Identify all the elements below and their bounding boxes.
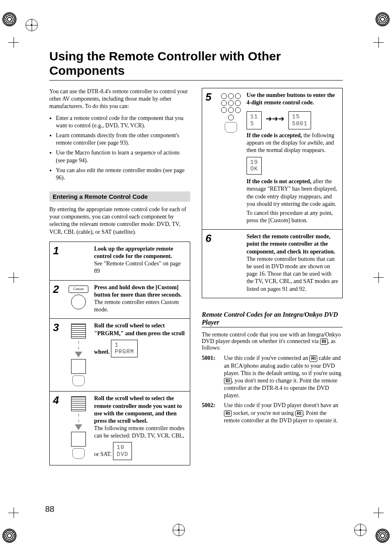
registration-mark xyxy=(25,19,38,31)
content-columns: You can use the DTR-8.4's remote control… xyxy=(49,88,343,465)
code-item-5001: 5001: Use this code if you've connected … xyxy=(202,355,343,399)
zero-key-icon xyxy=(228,115,234,120)
registration-mark xyxy=(376,12,390,26)
code-label: 5002: xyxy=(202,402,221,424)
step-paragraph: If the code is accepted, the following a… xyxy=(247,132,339,154)
hand-press-icon xyxy=(72,448,85,459)
custom-button-icon: Custom xyxy=(69,286,88,293)
step-text: The following remote controller modes ca… xyxy=(94,425,184,457)
intro-text: You can use the DTR-8.4's remote control… xyxy=(49,88,190,111)
step-3: 3 ↑↓ Roll the scroll wheel to select "PR… xyxy=(50,318,190,391)
step-paragraph: If the code is not accepted, after the m… xyxy=(247,178,339,208)
steps-box-right: 5 Use the number buttons to enter the 4-… xyxy=(202,88,343,298)
step-text: The remote controller enters Custom mode… xyxy=(94,299,179,313)
divider xyxy=(49,80,343,81)
lcd-display: 1 PRGRM xyxy=(111,340,138,358)
step-body: Use the number buttons to enter the 4-di… xyxy=(247,92,339,224)
crop-mark xyxy=(373,272,384,283)
step-number: 6 xyxy=(205,233,215,293)
right-column: 5 Use the number buttons to enter the 4-… xyxy=(202,88,343,465)
ri-icon: RI xyxy=(224,410,232,417)
code-text: Use this code if your DVD player doesn't… xyxy=(224,402,343,424)
scroll-wheel-icon xyxy=(71,359,86,374)
step-bold: Roll the scroll wheel to select the remo… xyxy=(94,395,182,424)
steps-box-left: 1 Look up the appropriate remote control… xyxy=(49,242,190,465)
sub-intro: The remote control code that you use wit… xyxy=(202,332,343,351)
step-text: The remote controller buttons that can b… xyxy=(247,256,338,292)
step-bold: Use the number buttons to enter the 4-di… xyxy=(247,92,335,106)
up-down-arrows-icon: ↑↓ xyxy=(77,340,80,350)
number-keypad-icon xyxy=(221,93,241,113)
scroll-wheel-icon xyxy=(71,432,86,447)
ri-icon: RI xyxy=(224,378,232,384)
accepted-bold: If the code is accepted, xyxy=(247,132,302,138)
step-illustration xyxy=(67,245,90,275)
not-accepted-bold: If the code is not accepted, xyxy=(247,178,311,184)
registration-mark xyxy=(2,12,16,26)
up-down-arrows-icon: ↑↓ xyxy=(77,413,80,423)
left-column: You can use the DTR-8.4's remote control… xyxy=(49,88,190,465)
step-body: Press and hold down the [Custom] button … xyxy=(94,284,187,314)
step-bold: Select the remote controller mode, point… xyxy=(247,233,335,254)
step-number: 3 xyxy=(53,322,63,386)
arrow-down-icon xyxy=(75,352,82,357)
crop-mark xyxy=(8,37,19,48)
hand-press-icon xyxy=(72,375,85,386)
step-illustration xyxy=(219,233,242,293)
step-bold: Press and hold down the [Custom] button … xyxy=(94,284,182,298)
lcd-row: 11 5 ➔➔➔ 15 5001 xyxy=(247,109,339,129)
lcd-display: 10 DVD xyxy=(113,442,132,460)
arrow-right-icon: ➔➔➔ xyxy=(266,114,284,124)
scroll-wheel-icon xyxy=(71,396,86,411)
ri-icon: RI xyxy=(295,410,303,417)
button-icon xyxy=(71,295,86,309)
scroll-wheel-icon xyxy=(71,324,86,339)
registration-mark xyxy=(2,529,16,543)
bullet-item: Learn commands directly from the other c… xyxy=(56,132,190,147)
crop-mark xyxy=(8,507,19,518)
step-6: 6 Select the remote controller mode, poi… xyxy=(202,229,342,298)
code-list: 5001: Use this code if you've connected … xyxy=(202,355,343,424)
step-illustration: Custom xyxy=(67,284,90,314)
step-4: 4 ↑↓ Roll the scroll wheel to select the… xyxy=(50,391,190,465)
step-number: 5 xyxy=(205,92,215,224)
cancel-text: To cancel this procedure at any point, p… xyxy=(247,210,339,224)
registration-mark xyxy=(376,529,390,543)
ri-icon: RI xyxy=(320,339,328,345)
bullet-item: You can also edit the remote controller … xyxy=(56,167,190,182)
page-title: Using the Remote Controller with Other C… xyxy=(49,49,343,78)
crop-mark xyxy=(373,37,384,48)
intro-bullets: Enter a remote control code for the comp… xyxy=(49,115,190,182)
step-5: 5 Use the number buttons to enter the 4-… xyxy=(202,88,342,229)
ri-icon: RI xyxy=(309,355,317,362)
arrow-down-icon xyxy=(75,424,82,430)
sub-heading: Remote Control Codes for an Integra/Onky… xyxy=(202,311,343,326)
bullet-item: Use the Macro function to learn a sequen… xyxy=(56,149,190,164)
code-label: 5001: xyxy=(202,355,221,399)
step-illustration: ↑↓ xyxy=(67,395,90,460)
page-number: 88 xyxy=(45,504,54,514)
crop-mark xyxy=(373,507,384,518)
section-intro: By entering the appropriate remote contr… xyxy=(49,206,190,236)
step-bold: Look up the appropriate remote control c… xyxy=(94,246,173,259)
step-number: 2 xyxy=(53,284,63,314)
step-number: 4 xyxy=(53,395,63,460)
code-text: Use this code if you've connected an RI … xyxy=(224,355,343,399)
step-illustration: ↑↓ xyxy=(67,322,90,386)
code-item-5002: 5002: Use this code if your DVD player d… xyxy=(202,402,343,424)
step-body: Select the remote controller mode, point… xyxy=(247,233,339,293)
step-body: Roll the scroll wheel to select "PRGRM,"… xyxy=(94,322,187,386)
step-2: 2 Custom Press and hold down the [Custom… xyxy=(50,280,190,319)
step-text: See "Remote Control Codes" on page 89 xyxy=(94,260,181,274)
step-bold: Roll the scroll wheel to select "PRGRM,"… xyxy=(94,322,184,355)
section-heading: Entering a Remote Control Code xyxy=(49,191,190,202)
registration-mark xyxy=(354,524,367,536)
lcd-display: 19 OK xyxy=(247,157,262,175)
bullet-item: Enter a remote control code for the comp… xyxy=(56,115,190,129)
step-1: 1 Look up the appropriate remote control… xyxy=(50,242,190,280)
lcd-display: 15 5001 xyxy=(288,111,311,129)
crop-mark xyxy=(8,272,19,283)
lcd-display: 11 5 xyxy=(247,111,262,129)
step-body: Roll the scroll wheel to select the remo… xyxy=(94,395,187,460)
step-body: Look up the appropriate remote control c… xyxy=(94,245,187,275)
